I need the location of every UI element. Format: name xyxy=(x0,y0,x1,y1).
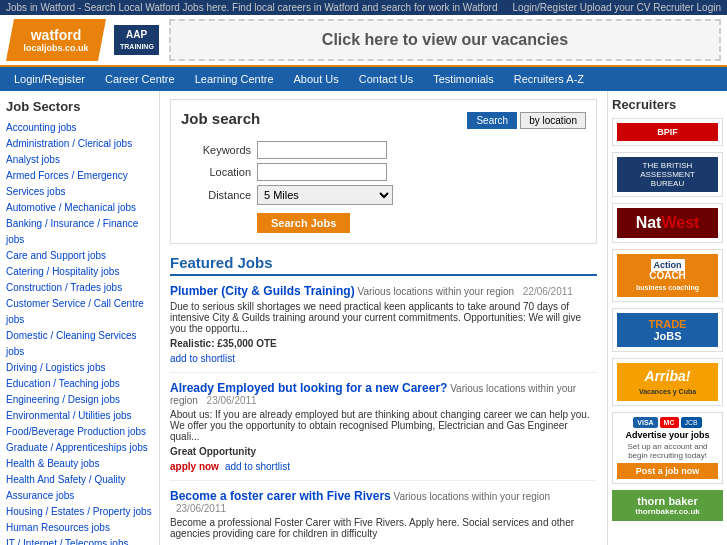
job-action-link[interactable]: add to shortlist xyxy=(170,353,235,364)
top-bar-message: Jobs in Watford - Search Local Watford J… xyxy=(6,2,498,13)
sector-link[interactable]: Domestic / Cleaning Services jobs xyxy=(6,328,153,360)
tradejobs-logo: TRADE JoBS xyxy=(617,313,718,347)
recruiter-arriba[interactable]: Arriba! Vacances y Cuba xyxy=(612,358,723,406)
nav-about[interactable]: About Us xyxy=(284,67,349,91)
banner-text: Click here to view our vacancies xyxy=(322,31,568,48)
sector-link[interactable]: Customer Service / Call Centre jobs xyxy=(6,296,153,328)
arriba-logo: Arriba! Vacances y Cuba xyxy=(617,363,718,401)
aap-sublabel: TRAINING xyxy=(120,43,154,50)
location-label: Location xyxy=(181,166,251,178)
nav-career[interactable]: Career Centre xyxy=(95,67,185,91)
job-sectors-heading: Job Sectors xyxy=(6,99,153,114)
nav-recruiters[interactable]: Recruiters A-Z xyxy=(504,67,594,91)
advertise-desc: Set up an account and begin recruiting t… xyxy=(617,442,718,460)
keywords-label: Keywords xyxy=(181,144,251,156)
location-row: Location xyxy=(181,163,586,181)
distance-label: Distance xyxy=(181,189,251,201)
tab-by-location[interactable]: by location xyxy=(520,112,586,129)
aap-logo: AAP TRAINING xyxy=(114,25,159,55)
sector-link[interactable]: Environmental / Utilities jobs xyxy=(6,408,153,424)
job-action-link[interactable]: add to shortlist xyxy=(225,461,290,472)
recruiter-natwest[interactable]: NatWest xyxy=(612,203,723,243)
job-meta: Already Employed but looking for a new C… xyxy=(170,381,597,406)
sector-link[interactable]: Accounting jobs xyxy=(6,120,153,136)
featured-jobs: Featured Jobs Plumber (City & Guilds Tra… xyxy=(170,254,597,545)
site-name: watford xyxy=(16,27,96,43)
top-bar-links: Login/Register Upload your CV Recruiter … xyxy=(513,2,721,13)
sector-link[interactable]: Automotive / Mechanical jobs xyxy=(6,200,153,216)
sector-link[interactable]: Care and Support jobs xyxy=(6,248,153,264)
job-meta: Plumber (City & Guilds Training) Various… xyxy=(170,284,597,298)
sector-link[interactable]: Armed Forces / Emergency Services jobs xyxy=(6,168,153,200)
job-actions: add to shortlist xyxy=(170,352,597,364)
sector-link[interactable]: Banking / Insurance / Finance jobs xyxy=(6,216,153,248)
header: watford localjobs.co.uk AAP TRAINING Cli… xyxy=(0,15,727,67)
logo[interactable]: watford localjobs.co.uk xyxy=(6,19,106,61)
tab-search[interactable]: Search xyxy=(467,112,517,129)
sector-link[interactable]: Construction / Trades jobs xyxy=(6,280,153,296)
sector-link[interactable]: Food/Beverage Production jobs xyxy=(6,424,153,440)
recruiter-bpif[interactable]: BPIF xyxy=(612,118,723,146)
sector-link[interactable]: Analyst jobs xyxy=(6,152,153,168)
site-domain: localjobs.co.uk xyxy=(16,43,96,53)
job-meta: Become a foster carer with Five Rivers V… xyxy=(170,489,597,514)
recruiter-actioncoach[interactable]: Action COACH business coaching xyxy=(612,249,723,302)
nav-contact[interactable]: Contact Us xyxy=(349,67,423,91)
upload-cv-link[interactable]: Upload your CV xyxy=(580,2,651,13)
sector-link[interactable]: Driving / Logistics jobs xyxy=(6,360,153,376)
thornbaker-name: thorn baker xyxy=(617,495,718,507)
job-highlight: Great Opportunity xyxy=(170,446,597,457)
job-desc: Become a professional Foster Carer with … xyxy=(170,517,597,539)
sector-link[interactable]: Administration / Clerical jobs xyxy=(6,136,153,152)
left-sidebar: Job Sectors Accounting jobsAdministratio… xyxy=(0,91,160,545)
recruiter-tradejobs[interactable]: TRADE JoBS xyxy=(612,308,723,352)
post-job-button[interactable]: Post a job now xyxy=(617,463,718,479)
keywords-row: Keywords xyxy=(181,141,586,159)
job-action-link[interactable]: apply now xyxy=(170,461,219,472)
nav-login[interactable]: Login/Register xyxy=(4,67,95,91)
thornbaker-box[interactable]: thorn baker thornbaker.co.uk xyxy=(612,490,723,521)
sector-link[interactable]: Education / Teaching jobs xyxy=(6,376,153,392)
recruiter-tab[interactable]: THE BRITISHASSESSMENTBUREAU xyxy=(612,152,723,197)
nav-testimonials[interactable]: Testimonials xyxy=(423,67,504,91)
distance-select[interactable]: 1 Mile2 Miles5 Miles10 Miles20 Miles30 M… xyxy=(257,185,393,205)
featured-jobs-heading: Featured Jobs xyxy=(170,254,597,276)
sector-link[interactable]: Health And Safety / Quality Assurance jo… xyxy=(6,472,153,504)
sector-link[interactable]: Human Resources jobs xyxy=(6,520,153,536)
job-actions: apply nowadd to shortlist xyxy=(170,460,597,472)
search-button[interactable]: Search Jobs xyxy=(257,213,350,233)
job-title[interactable]: Plumber (City & Guilds Training) xyxy=(170,284,355,298)
thornbaker-domain: thornbaker.co.uk xyxy=(617,507,718,516)
login-register-link[interactable]: Login/Register xyxy=(513,2,577,13)
sector-link[interactable]: Engineering / Design jobs xyxy=(6,392,153,408)
top-bar: Jobs in Watford - Search Local Watford J… xyxy=(0,0,727,15)
actioncoach-logo: Action COACH business coaching xyxy=(617,254,718,297)
natwest-logo: NatWest xyxy=(617,208,718,238)
job-title[interactable]: Become a foster carer with Five Rivers xyxy=(170,489,391,503)
job-item: Become a foster carer with Five Rivers V… xyxy=(170,489,597,545)
sector-link[interactable]: IT / Internet / Telecoms jobs xyxy=(6,536,153,545)
recruiter-login-link[interactable]: Recruiter Login xyxy=(653,2,721,13)
center-content: Job search Search by location Keywords L… xyxy=(160,91,607,545)
sector-link[interactable]: Graduate / Apprenticeships jobs xyxy=(6,440,153,456)
location-input[interactable] xyxy=(257,163,387,181)
sector-link[interactable]: Health & Beauty jobs xyxy=(6,456,153,472)
banner-click[interactable]: Click here to view our vacancies xyxy=(169,19,721,61)
job-title[interactable]: Already Employed but looking for a new C… xyxy=(170,381,447,395)
job-search-heading: Job search xyxy=(181,110,260,127)
search-tabs: Search by location xyxy=(467,112,586,129)
nav-learning[interactable]: Learning Centre xyxy=(185,67,284,91)
mc-card: MC xyxy=(660,417,679,428)
sector-link[interactable]: Catering / Hospitality jobs xyxy=(6,264,153,280)
jobs-list: Plumber (City & Guilds Training) Various… xyxy=(170,284,597,545)
sector-links: Accounting jobsAdministration / Clerical… xyxy=(6,120,153,545)
keywords-input[interactable] xyxy=(257,141,387,159)
job-item: Already Employed but looking for a new C… xyxy=(170,381,597,481)
sector-link[interactable]: Housing / Estates / Property jobs xyxy=(6,504,153,520)
payment-cards: VISA MC JCB xyxy=(617,417,718,428)
jcb-card: JCB xyxy=(681,417,702,428)
main-nav: Login/Register Career Centre Learning Ce… xyxy=(0,67,727,91)
bpif-logo: BPIF xyxy=(617,123,718,141)
aap-label: AAP xyxy=(126,29,147,40)
advertise-box: VISA MC JCB Advertise your jobs Set up a… xyxy=(612,412,723,484)
